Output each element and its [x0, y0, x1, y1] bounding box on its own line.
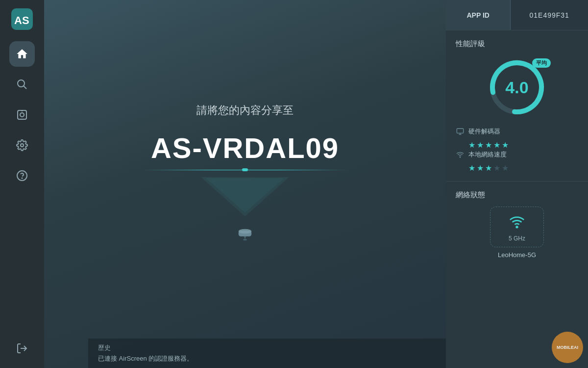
- history-row: 已連接 AirScreen 的認證服務器。 1 秒前: [98, 354, 480, 363]
- svg-point-20: [460, 157, 460, 158]
- star-3: ★: [485, 140, 492, 147]
- net-star-2: ★: [477, 163, 484, 170]
- hardware-label: 硬件解碼器: [468, 127, 500, 136]
- star-4: ★: [493, 140, 500, 147]
- network-box: 5 GHz: [490, 207, 544, 247]
- star-2: ★: [477, 140, 484, 147]
- network-label: 本地網絡速度: [468, 150, 507, 159]
- performance-title: 性能評級: [456, 39, 578, 49]
- sidebar-item-help[interactable]: [9, 163, 35, 188]
- net-star-5: ★: [502, 163, 509, 170]
- svg-rect-4: [18, 110, 26, 119]
- performance-section: 性能評級 4.0 平均: [446, 30, 588, 182]
- history-bar: 歷史 已連接 AirScreen 的認證服務器。 1 秒前: [88, 339, 490, 368]
- app-id-header: APP ID 01E499F31: [446, 0, 588, 30]
- star-5: ★: [502, 140, 509, 147]
- svg-line-3: [24, 86, 26, 89]
- sidebar-item-search[interactable]: [9, 72, 35, 97]
- frequency-label: 5 GHz: [509, 235, 525, 242]
- wifi-signal-icon: [507, 214, 527, 233]
- main-content: 請將您的內容分享至 AS-VRDAL09 歷史 已連接 AirScreen 的認…: [44, 0, 446, 368]
- exit-icon[interactable]: [9, 336, 35, 361]
- main-center: 請將您的內容分享至 AS-VRDAL09: [44, 0, 446, 368]
- app-id-label: APP ID: [446, 0, 511, 30]
- device-icon: [236, 226, 254, 246]
- gauge-value: 4.0: [505, 78, 528, 97]
- gauge-badge: 平均: [532, 58, 551, 68]
- svg-text:AS: AS: [14, 14, 29, 26]
- watermark: MOBILEAI: [552, 332, 583, 363]
- svg-rect-12: [239, 231, 252, 236]
- gauge-area: 4.0 平均: [485, 55, 549, 119]
- net-star-3: ★: [485, 163, 492, 170]
- network-title: 網絡狀態: [456, 190, 578, 200]
- sidebar-item-exit[interactable]: [9, 336, 35, 361]
- hardware-icon: [456, 128, 465, 137]
- net-star-4: ★: [493, 163, 500, 170]
- perf-items: 硬件解碼器 ★ ★ ★ ★ ★ 本地網絡速度: [456, 127, 578, 170]
- divider-line: [142, 169, 348, 170]
- svg-point-5: [20, 113, 24, 117]
- history-label: 歷史: [98, 343, 480, 352]
- network-section: 網絡狀態 5 GHz LeoHome-5G: [446, 182, 588, 266]
- share-prompt: 請將您的內容分享至: [196, 103, 294, 118]
- triangle-inner: [206, 178, 284, 212]
- divider-dot: [242, 168, 248, 171]
- right-panel: APP ID 01E499F31 性能評級 4.0 平均: [446, 0, 588, 368]
- hardware-stars: ★ ★ ★ ★ ★: [468, 140, 578, 147]
- star-1: ★: [468, 140, 475, 147]
- sidebar-item-settings[interactable]: [9, 132, 35, 158]
- app-logo: AS: [10, 7, 34, 31]
- network-name: LeoHome-5G: [456, 251, 578, 259]
- network-stars: ★ ★ ★ ★ ★: [468, 163, 578, 170]
- svg-point-21: [516, 226, 518, 228]
- svg-point-2: [18, 80, 24, 87]
- sidebar-item-media[interactable]: [9, 102, 35, 128]
- perf-item-network: 本地網絡速度: [456, 150, 578, 160]
- net-star-1: ★: [468, 163, 475, 170]
- sidebar: AS: [0, 0, 44, 368]
- svg-marker-14: [244, 236, 246, 239]
- app-id-value: 01E499F31: [511, 0, 588, 30]
- wifi-perf-icon: [456, 151, 465, 160]
- svg-point-7: [21, 144, 24, 147]
- decorative-triangle: [196, 177, 294, 221]
- device-name: AS-VRDAL09: [151, 131, 339, 164]
- svg-rect-17: [457, 129, 463, 133]
- history-text: 已連接 AirScreen 的認證服務器。: [98, 354, 193, 363]
- sidebar-nav: [9, 41, 35, 336]
- sidebar-item-home[interactable]: [9, 41, 35, 67]
- perf-item-hardware: 硬件解碼器: [456, 127, 578, 137]
